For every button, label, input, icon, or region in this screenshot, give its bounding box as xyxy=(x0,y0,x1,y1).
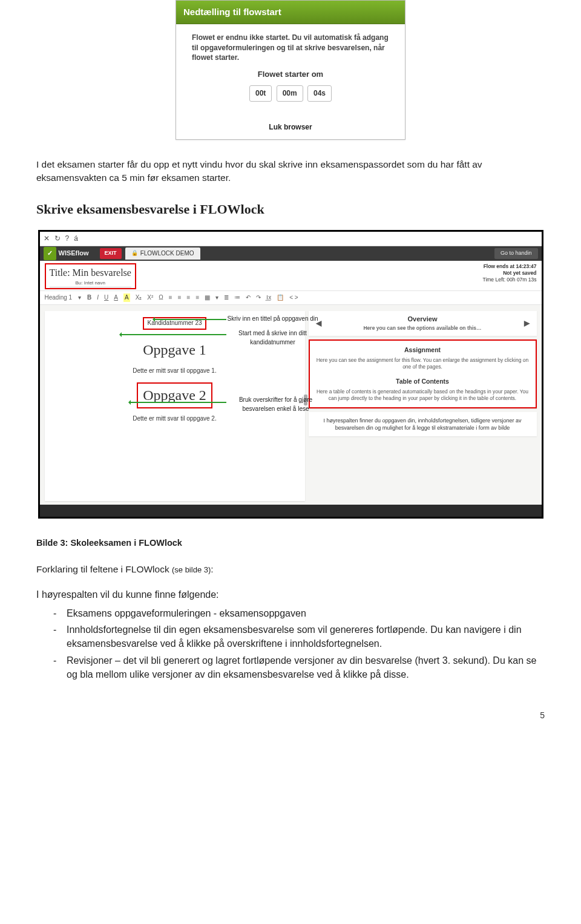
countdown-row: 00t 00m 04s xyxy=(192,85,389,102)
assignment-body: Here you can see the assignment for this… xyxy=(316,357,530,371)
italic-button[interactable]: I xyxy=(97,293,99,303)
align-justify-button[interactable]: ≡ xyxy=(195,293,199,303)
editor-toolbar: Heading 1 ▾ B I U A A X₂ X² Ω ≡ ≡ ≡ ≡ ▦ … xyxy=(40,291,542,306)
editor-title-area: Title: Min besvarelse Bu: Intet navn Flo… xyxy=(40,261,542,291)
countdown-label: Flowet starter om xyxy=(192,69,389,80)
chevron-down-icon[interactable]: ▾ xyxy=(215,293,218,303)
callout-title: Skriv inn en tittel på oppgaven din xyxy=(228,315,318,324)
toc-title: Table of Contents xyxy=(316,377,530,386)
arrow-icon xyxy=(130,402,226,403)
overview-panel: ◀ Overview Here you can see the options … xyxy=(309,311,537,335)
list-item: Innholdsfortegnelse til din egen eksamen… xyxy=(53,623,545,650)
clear-format-button[interactable]: I͟x xyxy=(266,293,271,303)
exit-button[interactable]: EXIT xyxy=(100,248,122,258)
list-item: Revisjoner – det vil bli generert og lag… xyxy=(53,654,545,681)
explain-title-part-a: Forklaring til feltene i FLOWlock xyxy=(36,564,172,574)
flow-end-time: Flow ends at 14:23:47 xyxy=(483,263,537,270)
special-char-button[interactable]: Ω xyxy=(159,293,163,303)
callout-candidate: Start med å skrive inn ditt kandidatnumm… xyxy=(228,329,318,347)
countdown-minutes: 00m xyxy=(277,85,303,102)
close-browser-button[interactable]: Luk browser xyxy=(176,119,405,139)
editor-topbar: ✓ WISEflow EXIT 🔒 FLOWLOCK DEMO Go to ha… xyxy=(40,246,542,261)
overview-subtext: Here you can see the options available o… xyxy=(363,324,481,332)
modal-message: Flowet er endnu ikke startet. Du vil aut… xyxy=(192,33,389,63)
heading-select[interactable]: Heading 1 xyxy=(45,293,73,303)
list-intro: I høyrespalten vil du kunne finne følgen… xyxy=(36,588,545,601)
arrow-icon xyxy=(154,319,226,320)
callout-headings: Bruk overskrifter for å gjøre besvarelse… xyxy=(228,396,324,413)
title-highlight-box: Title: Min besvarelse Bu: Intet navn xyxy=(45,263,136,289)
countdown-figure: Nedtælling til flowstart Flowet er endnu… xyxy=(36,0,545,140)
status-column: Flow ends at 14:23:47 Not yet saved Time… xyxy=(483,263,537,283)
countdown-seconds: 04s xyxy=(307,85,332,102)
modal-body: Flowet er endnu ikke startet. Du vil aut… xyxy=(176,24,405,119)
assignment-panel[interactable]: Assignment Here you can see the assignme… xyxy=(309,339,537,408)
intro-paragraph: I det eksamen starter får du opp et nytt… xyxy=(36,158,545,185)
answer-1-text: Dette er mitt svar til oppgave 1. xyxy=(53,367,297,376)
heading-oppgave2-highlight: Oppgave 2 xyxy=(137,382,212,408)
clipboard-icon[interactable]: 📋 xyxy=(277,293,284,303)
save-status: Not yet saved xyxy=(483,270,537,277)
underline-button[interactable]: U xyxy=(104,293,108,303)
editor-paper[interactable]: Kandidatnummer 23 Oppgave 1 Dette er mit… xyxy=(45,311,305,501)
brand-name: WISEflow xyxy=(59,249,89,258)
overview-next-button[interactable]: ▶ xyxy=(522,318,532,329)
document-byline: Bu: Intet navn xyxy=(50,280,131,287)
unordered-list-button[interactable]: ≔ xyxy=(234,293,240,303)
time-left: Time Left: 00h 07m 13s xyxy=(483,277,537,283)
modal-title: Nedtælling til flowstart xyxy=(176,1,405,24)
align-center-button[interactable]: ≡ xyxy=(178,293,182,303)
answer-2-text: Dette er mitt svar til oppgave 2. xyxy=(53,414,297,424)
editor-main: Kandidatnummer 23 Oppgave 1 Dette er mit… xyxy=(40,305,542,505)
undo-button[interactable]: ↶ xyxy=(246,293,251,303)
arrow-icon xyxy=(120,334,226,335)
countdown-modal: Nedtælling til flowstart Flowet er endnu… xyxy=(176,0,405,140)
table-button[interactable]: ▦ xyxy=(205,293,210,303)
highlight-button[interactable]: A xyxy=(123,293,130,303)
editor-bottom-bar xyxy=(40,505,542,517)
feature-list: Eksamens oppgaveformuleringen - eksamens… xyxy=(53,606,545,681)
sidebar-annotation: I høyrespalten finner du oppgaven din, i… xyxy=(309,412,537,436)
explain-title-part-c: : xyxy=(211,564,213,574)
refresh-icon[interactable]: ↻ xyxy=(54,234,61,244)
lock-icon: 🔒 xyxy=(131,249,138,257)
explain-title-part-b: (se bilde 3) xyxy=(172,565,211,574)
help-icon[interactable]: ? xyxy=(65,234,70,244)
tab-label: FLOWLOCK DEMO xyxy=(140,249,194,258)
page-number: 5 xyxy=(36,709,545,721)
document-title[interactable]: Title: Min besvarelse xyxy=(50,266,131,280)
code-view-button[interactable]: < > xyxy=(289,293,298,303)
subscript-button[interactable]: X₂ xyxy=(136,293,142,303)
editor-sidebar: ◀ Overview Here you can see the options … xyxy=(309,311,537,501)
close-icon[interactable]: ✕ xyxy=(44,234,50,244)
redo-button[interactable]: ↷ xyxy=(256,293,261,303)
overview-title: Overview xyxy=(363,315,481,324)
go-to-handin-button[interactable]: Go to handin xyxy=(494,248,538,258)
chevron-down-icon[interactable]: ▾ xyxy=(78,293,81,303)
toc-body: Here a table of contents is generated au… xyxy=(316,388,530,402)
align-right-button[interactable]: ≡ xyxy=(187,293,191,303)
accented-char-icon[interactable]: á xyxy=(74,234,78,244)
wiseflow-logo-icon: ✓ xyxy=(44,247,56,260)
ordered-list-button[interactable]: ≣ xyxy=(224,293,229,303)
flowlock-tab[interactable]: 🔒 FLOWLOCK DEMO xyxy=(125,247,200,260)
explain-title: Forklaring til feltene i FLOWlock (se bi… xyxy=(36,563,545,576)
figure-caption: Bilde 3: Skoleeksamen i FLOWlock xyxy=(36,537,545,549)
list-item: Eksamens oppgaveformuleringen - eksamens… xyxy=(53,606,545,620)
bold-button[interactable]: B xyxy=(87,293,91,303)
editor-figure: ✕ ↻ ? á ✓ WISEflow EXIT 🔒 FLOWLOCK DEMO … xyxy=(36,230,545,519)
editor-window-controls: ✕ ↻ ? á xyxy=(40,232,542,246)
assignment-title: Assignment xyxy=(316,346,530,355)
font-color-button[interactable]: A xyxy=(114,293,118,303)
align-left-button[interactable]: ≡ xyxy=(169,293,172,303)
section-heading: Skrive eksamensbesvarelse i FLOWlock xyxy=(36,200,545,219)
countdown-hours: 00t xyxy=(249,85,272,102)
editor-window: ✕ ↻ ? á ✓ WISEflow EXIT 🔒 FLOWLOCK DEMO … xyxy=(38,230,543,519)
superscript-button[interactable]: X² xyxy=(147,293,153,303)
